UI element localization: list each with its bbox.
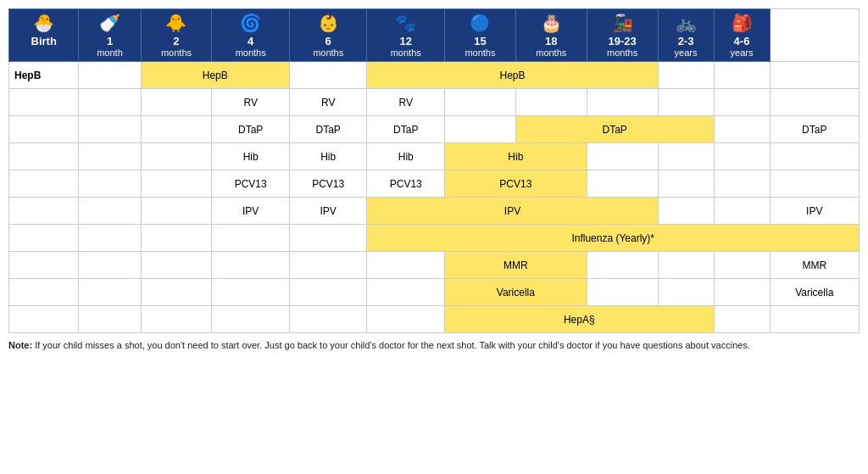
cell-r9-c5: HepA§ [445, 306, 715, 333]
cell-r2-c10: DTaP [770, 116, 860, 143]
cell-r4-c3: PCV13 [289, 170, 367, 198]
vaccine-name-3 [9, 143, 79, 170]
header-cell-7: 🎂18months [515, 9, 587, 62]
note-text: Note: If your child misses a shot, you d… [8, 340, 860, 350]
table-row-0: HepBHepBHepB [9, 62, 860, 89]
cell-r8-c5: Varicella [445, 279, 587, 306]
vaccine-name-9 [9, 306, 79, 333]
cell-r9-c1 [141, 306, 212, 333]
cell-r1-c4: RV [367, 89, 445, 116]
cell-r5-c2: IPV [212, 198, 290, 225]
cell-r2-c6: DTaP [515, 116, 714, 143]
cell-r8-c0 [79, 279, 141, 306]
cell-r7-c1 [141, 252, 212, 279]
cell-r7-c9 [714, 252, 770, 279]
vaccine-name-8 [9, 279, 79, 306]
header-age-0: Birth [12, 35, 75, 47]
cell-r3-c1 [141, 143, 212, 170]
cell-r4-c0 [79, 170, 141, 198]
cell-r4-c10 [770, 170, 860, 198]
cell-r8-c4 [367, 279, 445, 306]
cell-r9-c3 [289, 306, 367, 333]
table-row-4: PCV13PCV13PCV13PCV13 [9, 170, 860, 198]
cell-r5-c4: IPV [367, 198, 658, 225]
cell-r3-c7 [587, 143, 658, 170]
vaccine-name-6 [9, 225, 79, 252]
cell-r1-c10 [770, 89, 860, 116]
header-cell-1: 🍼1month [79, 9, 141, 62]
cell-r5-c9 [714, 198, 770, 225]
cell-r3-c5: Hib [445, 143, 587, 170]
cell-r0-c8 [658, 62, 714, 89]
cell-r2-c4: DTaP [367, 116, 445, 143]
cell-r1-c7 [587, 89, 658, 116]
cell-r1-c3: RV [289, 89, 367, 116]
vaccine-name-4 [9, 170, 79, 198]
cell-r8-c2 [212, 279, 290, 306]
cell-r8-c8 [658, 279, 714, 306]
cell-r5-c3: IPV [289, 198, 367, 225]
cell-r9-c9 [714, 306, 770, 333]
table-row-1: RVRVRV [9, 89, 860, 116]
cell-r3-c4: Hib [367, 143, 445, 170]
cell-r7-c2 [212, 252, 290, 279]
cell-r6-c0 [79, 225, 141, 252]
vaccine-name-5 [9, 198, 79, 225]
cell-r8-c3 [289, 279, 367, 306]
header-sub-3: months [214, 47, 287, 58]
table-body: HepBHepBHepBRVRVRVDTaPDTaPDTaPDTaPDTaPHi… [9, 62, 860, 333]
header-icon-4: 👶 [292, 13, 364, 33]
cell-r4-c8 [658, 170, 714, 198]
cell-r0-c0 [79, 62, 141, 89]
table-row-8: VaricellaVaricella [9, 279, 860, 306]
cell-r3-c10 [770, 143, 860, 170]
cell-r1-c2: RV [212, 89, 290, 116]
cell-r2-c5 [445, 116, 516, 143]
header-age-4: 6 [292, 35, 364, 47]
cell-r0-c10 [770, 62, 860, 89]
header-cell-0: 🐣Birth [9, 9, 79, 62]
header-icon-5: 🐾 [370, 13, 442, 33]
cell-r9-c4 [367, 306, 445, 333]
cell-r3-c3: Hib [289, 143, 367, 170]
header-sub-5: months [370, 47, 442, 58]
header-cell-10: 🎒4-6years [714, 9, 770, 62]
cell-r6-c1 [141, 225, 212, 252]
cell-r3-c2: Hib [212, 143, 290, 170]
cell-r1-c1 [141, 89, 212, 116]
cell-r8-c9 [714, 279, 770, 306]
header-sub-1: month [81, 47, 137, 58]
cell-r2-c9 [714, 116, 770, 143]
header-age-8: 19-23 [590, 35, 655, 47]
cell-r8-c7 [587, 279, 658, 306]
header-icon-6: 🔵 [448, 13, 513, 33]
header-cell-3: 🌀4months [212, 9, 290, 62]
header-icon-10: 🎒 [717, 13, 767, 33]
header-age-3: 4 [214, 35, 287, 47]
cell-r4-c2: PCV13 [212, 170, 290, 198]
cell-r7-c8 [658, 252, 714, 279]
vaccine-name-0: HepB [9, 62, 79, 89]
cell-r7-c5: MMR [445, 252, 587, 279]
table-header: 🐣Birth🍼1month🐥2months🌀4months👶6months🐾12… [9, 9, 860, 62]
cell-r9-c0 [79, 306, 141, 333]
header-icon-2: 🐥 [144, 13, 209, 33]
cell-r7-c10: MMR [770, 252, 860, 279]
header-cell-4: 👶6months [289, 9, 367, 62]
header-cell-5: 🐾12months [367, 9, 445, 62]
header-sub-10: years [717, 47, 767, 58]
cell-r1-c8 [658, 89, 714, 116]
cell-r8-c1 [141, 279, 212, 306]
cell-r0-c4: HepB [367, 62, 658, 89]
table-row-2: DTaPDTaPDTaPDTaPDTaP [9, 116, 860, 143]
header-sub-2: months [144, 47, 209, 58]
header-icon-3: 🌀 [214, 13, 287, 33]
vaccine-name-7 [9, 252, 79, 279]
cell-r3-c8 [658, 143, 714, 170]
cell-r4-c7 [587, 170, 658, 198]
header-age-1: 1 [81, 35, 137, 47]
cell-r1-c6 [515, 89, 587, 116]
header-age-7: 18 [519, 35, 584, 47]
header-age-6: 15 [448, 35, 513, 47]
header-sub-8: months [590, 47, 655, 58]
